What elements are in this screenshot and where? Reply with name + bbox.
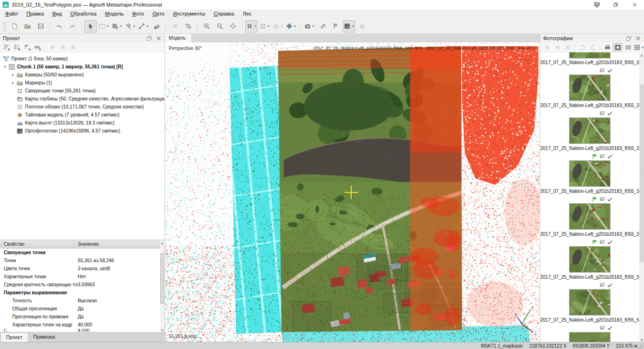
crop-frame-button[interactable] [182, 20, 194, 33]
scrollbar-thumb[interactable] [160, 253, 164, 304]
zoom-out-button[interactable] [214, 20, 226, 33]
eraser-button[interactable] [150, 20, 163, 33]
dropdown-caret-icon[interactable]: ▾ [642, 45, 644, 50]
photo-list-item[interactable]: 2017_07_25_Naklon-Left_g201b20183_f055_3… [540, 58, 639, 101]
rotate-region-button[interactable]: ▾ [124, 20, 136, 33]
add-marker-button[interactable] [23, 43, 32, 51]
flag-marker-button[interactable] [330, 20, 342, 33]
tab-проект[interactable]: Проект [0, 332, 28, 342]
photo-thumbnail[interactable] [569, 289, 611, 316]
menu-file[interactable]: Файл [1, 9, 22, 19]
dropdown-caret-icon[interactable]: ▾ [133, 24, 135, 28]
menu-view[interactable]: Вид [48, 9, 66, 19]
close-window-button[interactable] [625, 0, 644, 9]
menu-model[interactable]: Модель [101, 9, 128, 19]
select-arrow-button[interactable] [84, 20, 97, 33]
close-panel-icon[interactable] [635, 35, 641, 42]
dropdown-caret-icon[interactable]: ▾ [294, 24, 296, 28]
restore-window-button[interactable] [606, 0, 625, 9]
move-region-button[interactable]: ▾ [111, 20, 123, 33]
expander-expanded-icon[interactable]: ▾ [1, 65, 8, 69]
undo-button[interactable] [53, 20, 65, 33]
photo-list-item[interactable]: 2017_07_25_Naklon-Left_g201b20183_f055_3… [540, 273, 639, 316]
close-panel-icon[interactable] [156, 35, 162, 42]
float-panel-icon[interactable] [626, 35, 632, 42]
menu-help[interactable]: Справка [210, 9, 239, 19]
tree-item[interactable]: ▸Камеры (50/50 выровнено) [0, 71, 165, 79]
tree-item[interactable]: Связующие точки (55,261 точка) [0, 87, 165, 95]
add-group-button[interactable] [12, 43, 22, 51]
tab-model[interactable]: Модель [165, 34, 192, 42]
camera-button[interactable]: ▾ [303, 20, 315, 33]
menu-workflow[interactable]: Обработка [66, 9, 100, 19]
ruler-button[interactable]: ▾ [137, 20, 149, 33]
open-folder-button[interactable] [21, 20, 33, 33]
dense-cloud-button[interactable]: ▾ [258, 20, 271, 33]
photo-thumbnail[interactable] [569, 117, 611, 144]
tree-item[interactable]: Тайловая модель (7 уровней, 4.57 см/пикс… [0, 111, 165, 119]
tree-item[interactable]: ▸Маркеры (1) [0, 79, 165, 87]
tab-привязка[interactable]: Привязка [28, 332, 60, 342]
display-switch-button[interactable] [587, 0, 606, 9]
photo-list-item[interactable]: 2017_07_25_Naklon-Left_g201b20183_f055_3… [540, 101, 639, 144]
scroll-up-icon[interactable]: ▲ [160, 240, 165, 245]
orthomosaic-button[interactable]: ▾ [343, 20, 355, 33]
menu-tools[interactable]: Инструменты [169, 9, 210, 19]
fit-view-button[interactable] [227, 20, 239, 33]
expander-collapsed-icon[interactable]: ▸ [9, 81, 17, 85]
menu-edit[interactable]: Правка [22, 9, 48, 19]
filter-photos-button[interactable] [603, 43, 612, 51]
dropdown-caret-icon[interactable]: ▾ [281, 24, 282, 28]
expander-collapsed-icon[interactable]: ▸ [9, 73, 17, 77]
photo-thumbnail-partial[interactable] [540, 52, 639, 58]
tree-item[interactable]: ▾Chunk 1 (50 камер, 1 маркер, 55,261 точ… [0, 63, 165, 71]
shapes-button[interactable] [316, 20, 329, 33]
value-column-header[interactable]: Значение [74, 241, 99, 247]
zoom-in-button[interactable] [200, 20, 213, 33]
scroll-up-icon[interactable]: ▲ [639, 52, 644, 57]
scroll-down-icon[interactable]: ▼ [160, 327, 165, 332]
dropdown-caret-icon[interactable]: ▾ [254, 24, 256, 28]
photo-list-item[interactable]: 2017_07_25_Naklon-Left_g201b20183_f055_3… [540, 230, 639, 273]
photos-scrollbar[interactable]: ▲ ▼ [639, 52, 644, 342]
properties-scrollbar[interactable]: ▲ ▼ [160, 240, 165, 332]
tree-item[interactable]: Проект (1 блок, 50 камер) [0, 55, 165, 63]
photo-thumbnail[interactable] [569, 203, 611, 230]
add-chunk-button[interactable] [2, 43, 11, 51]
scrollbar-thumb[interactable] [640, 84, 644, 262]
property-column-header[interactable]: Свойство [0, 240, 74, 248]
float-panel-icon[interactable] [146, 35, 152, 42]
point-cloud-button[interactable]: ▾ [245, 20, 257, 33]
dropdown-caret-icon[interactable]: ▾ [146, 24, 148, 28]
menu-ortho[interactable]: Орто [148, 9, 168, 19]
dropdown-caret-icon[interactable]: ▾ [120, 24, 122, 28]
add-scalebar-button[interactable] [33, 43, 42, 51]
tree-item[interactable]: Ортофотоплан (14196x15896, 4.57 см/пикс) [0, 127, 165, 135]
photo-thumbnail[interactable] [569, 75, 611, 101]
dropdown-caret-icon[interactable]: ▾ [267, 24, 269, 28]
resize-grip-icon[interactable] [638, 343, 644, 349]
tiled-model-button[interactable]: ▾ [285, 20, 297, 33]
save-button[interactable] [34, 20, 47, 33]
tree-item[interactable]: Карта высот (13313x13026, 18.3 см/пикс) [0, 119, 165, 127]
dropdown-caret-icon[interactable]: ▾ [312, 24, 314, 28]
photo-list-item[interactable]: 2017_07_25_Naklon-Left_g201b20183_f055_5… [540, 316, 639, 342]
menu-forest[interactable]: Лес [239, 9, 256, 19]
photo-thumbnail[interactable] [569, 160, 611, 187]
tree-item[interactable]: Плотное облако (10,171,067 точек, Средне… [0, 103, 165, 111]
marker-crosshair[interactable] [345, 186, 358, 199]
dropdown-caret-icon[interactable]: ▾ [107, 24, 108, 28]
photo-thumbnail[interactable] [569, 246, 611, 273]
new-document-button[interactable] [8, 20, 20, 33]
thumbnail-grid-button[interactable]: ▾ [634, 43, 644, 51]
menu-photo[interactable]: Фото [128, 9, 148, 19]
photo-list-item[interactable]: 2017_07_25_Naklon-Left_g201b20183_f055_3… [540, 144, 639, 187]
dropdown-caret-icon[interactable]: ▾ [352, 24, 354, 28]
details-view-button[interactable] [623, 43, 633, 51]
redo-button[interactable] [66, 20, 78, 33]
preview-mode-button[interactable] [613, 43, 622, 51]
scroll-down-icon[interactable]: ▼ [639, 337, 644, 342]
marquee-selection-button[interactable]: ▾ [98, 20, 110, 33]
tree-item[interactable]: Карты глубины (50, Среднее качество, Агр… [0, 95, 165, 103]
photo-thumbnail[interactable] [569, 332, 611, 342]
